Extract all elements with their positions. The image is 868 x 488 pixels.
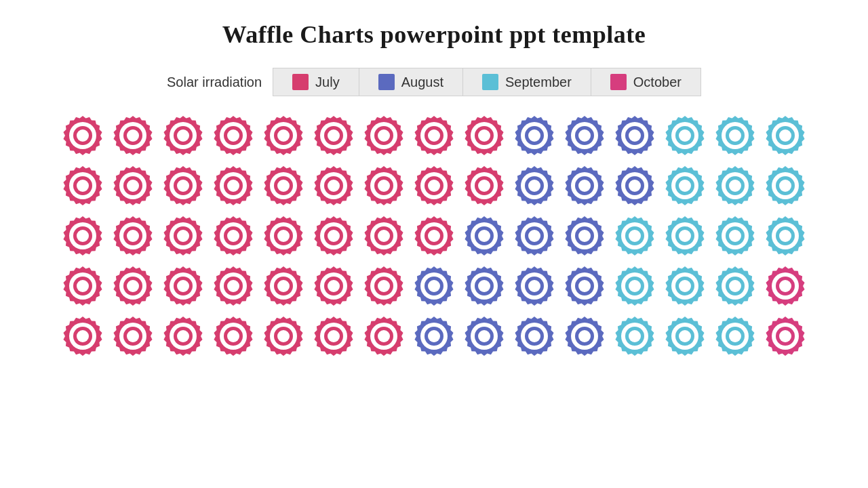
- gear-shape: [363, 265, 405, 307]
- waffle-cell: [612, 313, 658, 359]
- svg-point-89: [779, 180, 791, 192]
- waffle-cell: [712, 263, 758, 309]
- gear-shape: [664, 115, 706, 157]
- waffle-cell: [60, 163, 106, 209]
- chart-row: [60, 163, 808, 209]
- waffle-cell: [461, 113, 507, 159]
- waffle-cell: [160, 163, 206, 209]
- svg-point-80: [629, 180, 641, 192]
- gear-shape: [363, 215, 405, 257]
- svg-point-53: [177, 180, 189, 192]
- waffle-cell: [411, 263, 457, 309]
- svg-point-200: [378, 330, 390, 342]
- waffle-cell: [662, 263, 708, 309]
- svg-point-26: [478, 129, 490, 142]
- waffle-cell: [210, 113, 256, 159]
- svg-point-191: [227, 330, 239, 342]
- gear-shape: [564, 215, 606, 257]
- gear-shape: [162, 265, 204, 307]
- waffle-cell: [361, 263, 407, 309]
- waffle-cell: [762, 263, 808, 309]
- waffle-cell: [210, 313, 256, 359]
- legend-text-september: September: [505, 75, 572, 90]
- gear-shape: [463, 215, 505, 257]
- waffle-cell: [612, 163, 658, 209]
- svg-point-173: [679, 280, 691, 292]
- legend-text-august: August: [401, 75, 443, 90]
- svg-point-152: [328, 280, 340, 292]
- gear-shape: [463, 315, 505, 357]
- gear-shape: [463, 165, 505, 207]
- gear-shape: [664, 165, 706, 207]
- svg-point-134: [779, 230, 791, 242]
- gear-shape: [313, 315, 355, 357]
- svg-point-116: [478, 230, 490, 242]
- gear-shape: [313, 165, 355, 207]
- svg-point-209: [528, 330, 540, 342]
- svg-point-86: [729, 180, 741, 192]
- waffle-cell: [260, 263, 307, 309]
- gear-shape: [262, 115, 304, 157]
- waffle-cell: [461, 213, 507, 259]
- gear-shape: [112, 165, 154, 207]
- svg-point-215: [629, 330, 641, 342]
- waffle-cell: [712, 213, 758, 259]
- svg-point-164: [528, 280, 540, 292]
- legend-label: Solar irradiation: [167, 75, 262, 90]
- waffle-cell: [110, 163, 156, 209]
- legend-text-october: October: [633, 75, 682, 90]
- legend-item-october: October: [591, 68, 701, 96]
- svg-point-95: [127, 230, 139, 242]
- waffle-cell: [361, 163, 407, 209]
- gear-shape: [664, 265, 706, 307]
- waffle-cell: [662, 313, 708, 359]
- waffle-cell: [762, 213, 808, 259]
- svg-point-74: [528, 180, 540, 192]
- svg-point-65: [378, 180, 390, 192]
- svg-point-83: [679, 180, 691, 192]
- svg-point-50: [127, 180, 139, 192]
- waffle-cell: [260, 213, 307, 259]
- gear-shape: [212, 115, 254, 157]
- gear-shape: [463, 265, 505, 307]
- waffle-cell: [561, 213, 608, 259]
- gear-shape: [764, 265, 806, 307]
- waffle-cell: [561, 163, 608, 209]
- gear-shape: [162, 115, 204, 157]
- gear-shape: [764, 215, 806, 257]
- waffle-cell: [260, 163, 307, 209]
- waffle-cell: [110, 113, 156, 159]
- svg-point-143: [177, 280, 189, 292]
- gear-shape: [313, 215, 355, 257]
- svg-point-110: [378, 230, 390, 242]
- gear-shape: [513, 265, 555, 307]
- svg-point-137: [77, 280, 89, 292]
- waffle-cell: [311, 313, 357, 359]
- svg-point-56: [227, 180, 239, 192]
- waffle-cell: [561, 113, 608, 159]
- gear-shape: [262, 265, 304, 307]
- gear-shape: [363, 165, 405, 207]
- waffle-cell: [110, 263, 156, 309]
- svg-point-8: [177, 129, 189, 142]
- chart-row: [60, 313, 808, 359]
- svg-point-128: [679, 230, 691, 242]
- gear-shape: [614, 165, 656, 207]
- waffle-cell: [60, 313, 106, 359]
- waffle-cell: [411, 213, 457, 259]
- gear-shape: [313, 115, 355, 157]
- waffle-cell: [762, 313, 808, 359]
- gear-shape: [513, 165, 555, 207]
- waffle-cell: [160, 313, 206, 359]
- svg-point-41: [729, 129, 741, 142]
- waffle-cell: [461, 263, 507, 309]
- waffle-cell: [411, 113, 457, 159]
- svg-point-2: [77, 129, 89, 142]
- chart-row: [60, 113, 808, 159]
- waffle-cell: [411, 163, 457, 209]
- gear-shape: [212, 265, 254, 307]
- waffle-cell: [160, 113, 206, 159]
- gear-shape: [614, 315, 656, 357]
- svg-point-104: [277, 230, 290, 242]
- gear-shape: [714, 165, 756, 207]
